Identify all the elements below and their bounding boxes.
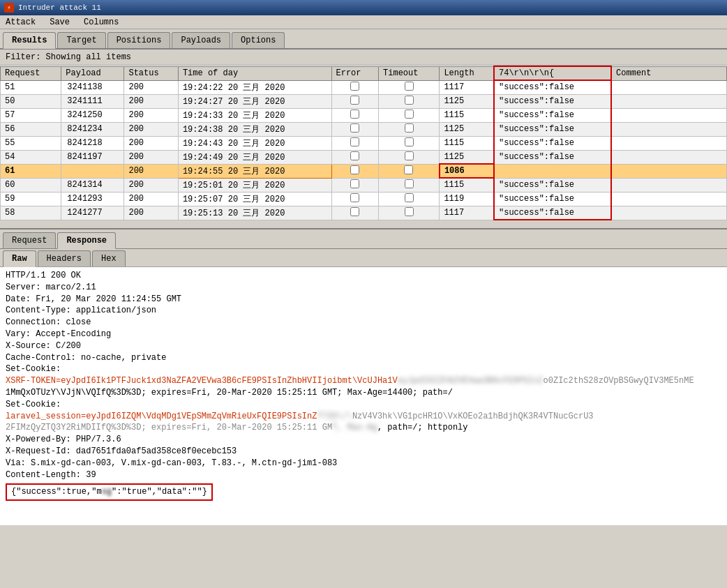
cell-timeout[interactable] (379, 94, 440, 108)
cell-payload: 8241314 (61, 178, 124, 192)
cell-request: 55 (1, 136, 61, 150)
cell-timeout[interactable] (379, 108, 440, 122)
cell-comment (611, 80, 726, 94)
cell-error[interactable] (331, 136, 379, 150)
cell-74 (494, 164, 611, 178)
table-row[interactable]: 59124129320019:25:07 20 三月 20201119"succ… (1, 192, 727, 206)
table-row[interactable]: 50324111120019:24:27 20 三月 20201125"succ… (1, 94, 727, 108)
response-line: Content-Type: application/json (6, 305, 721, 317)
col-comment[interactable]: Comment (611, 66, 726, 80)
cell-time: 19:24:22 20 三月 2020 (178, 80, 331, 94)
cell-payload: 8241234 (61, 122, 124, 136)
cell-74: "success":false (494, 122, 611, 136)
col-length[interactable]: Length (440, 66, 494, 80)
cell-timeout[interactable] (379, 80, 440, 94)
cell-74: "success":false (494, 150, 611, 164)
cell-timeout[interactable] (379, 206, 440, 220)
cell-payload: 3241250 (61, 108, 124, 122)
table-row[interactable]: 57324125020019:24:33 20 三月 20201115"succ… (1, 108, 727, 122)
tab-hex[interactable]: Hex (92, 250, 126, 266)
menu-columns[interactable]: Columns (81, 17, 121, 27)
cell-timeout[interactable] (379, 122, 440, 136)
cell-length: 1125 (440, 150, 494, 164)
response-line: 2FIMzQyZTQ3Y2RiMDIIfQ%3D%3D; expires=Fri… (6, 422, 721, 434)
cell-comment (611, 94, 726, 108)
sub-tabs: Raw Headers Hex (0, 249, 727, 267)
table-row[interactable]: 6120019:24:55 20 三月 20201086 (1, 164, 727, 178)
tab-response[interactable]: Response (57, 232, 116, 249)
response-line: X-Source: C/200 (6, 340, 721, 352)
menu-attack[interactable]: Attack (3, 17, 38, 27)
cell-comment (611, 108, 726, 122)
cell-payload: 1241293 (61, 192, 124, 206)
cell-status: 200 (124, 122, 178, 136)
col-request[interactable]: Request (1, 66, 61, 80)
col-status[interactable]: Status (124, 66, 178, 80)
cell-comment (611, 164, 726, 178)
cell-74: "success":false (494, 136, 611, 150)
table-row[interactable]: 51324113820019:24:22 20 三月 20201117"succ… (1, 80, 727, 94)
bottom-tabs: Request Response (0, 229, 727, 249)
col-time[interactable]: Time of day (178, 66, 331, 80)
cell-error[interactable] (331, 80, 379, 94)
response-line: HTTP/1.1 200 OK (6, 270, 721, 282)
cell-74: "success":false (494, 94, 611, 108)
table-row[interactable]: 54824119720019:24:49 20 三月 20201125"succ… (1, 150, 727, 164)
table-row[interactable]: 55824121820019:24:43 20 三月 20201115"succ… (1, 136, 727, 150)
cell-payload: 3241111 (61, 94, 124, 108)
cell-error[interactable] (331, 94, 379, 108)
results-table-container[interactable]: Request Payload Status Time of day Error… (0, 66, 727, 229)
cell-payload: 3241138 (61, 80, 124, 94)
response-line: Via: S.mix-gd-can-003, V.mix-gd-can-003,… (6, 458, 721, 469)
cell-74: "success":false (494, 178, 611, 192)
app-icon: ⚡ (4, 3, 14, 13)
col-74[interactable]: 74\r\n\r\n{ (494, 66, 611, 80)
cell-request: 60 (1, 178, 61, 192)
cell-timeout[interactable] (379, 192, 440, 206)
col-payload[interactable]: Payload (61, 66, 124, 80)
col-error[interactable]: Error (331, 66, 379, 80)
tab-raw[interactable]: Raw (3, 250, 36, 267)
filter-bar: Filter: Showing all items (0, 50, 727, 66)
cell-length: 1125 (440, 122, 494, 136)
cell-error[interactable] (331, 122, 379, 136)
response-line: laravel_session=eyJpdI6IZQM\VdqMDg1VEpSM… (6, 411, 721, 423)
cell-error[interactable] (331, 192, 379, 206)
tab-headers[interactable]: Headers (38, 250, 91, 266)
cell-time: 19:24:55 20 三月 2020 (178, 164, 331, 178)
cell-comment (611, 122, 726, 136)
cell-length: 1115 (440, 136, 494, 150)
response-line: X-Powered-By: PHP/7.3.6 (6, 434, 721, 446)
cell-status: 200 (124, 192, 178, 206)
tab-options[interactable]: Options (232, 32, 285, 48)
tab-results[interactable]: Results (3, 32, 56, 49)
menu-save[interactable]: Save (47, 17, 73, 27)
table-row[interactable]: 56824123420019:24:38 20 三月 20201125"succ… (1, 122, 727, 136)
cell-error[interactable] (331, 206, 379, 220)
menu-bar: Attack Save Columns (0, 15, 727, 29)
cell-error[interactable] (331, 108, 379, 122)
tab-payloads[interactable]: Payloads (172, 32, 230, 48)
cell-status: 200 (124, 164, 178, 178)
cell-timeout[interactable] (379, 136, 440, 150)
response-line: Cache-Control: no-cache, private (6, 352, 721, 364)
cell-time: 19:25:01 20 三月 2020 (178, 178, 331, 192)
table-row[interactable]: 60824131420019:25:01 20 三月 20201115"succ… (1, 178, 727, 192)
cell-payload: 1241277 (61, 206, 124, 220)
tab-target[interactable]: Target (57, 32, 105, 48)
col-timeout[interactable]: Timeout (379, 66, 440, 80)
table-row[interactable]: 58124127720019:25:13 20 三月 20201117"succ… (1, 206, 727, 220)
cell-status: 200 (124, 206, 178, 220)
tab-positions[interactable]: Positions (107, 32, 171, 48)
tab-request[interactable]: Request (3, 232, 56, 248)
response-area[interactable]: HTTP/1.1 200 OKServer: marco/2.11Date: F… (0, 267, 727, 525)
cell-timeout[interactable] (379, 164, 440, 178)
cell-timeout[interactable] (379, 178, 440, 192)
cell-length: 1115 (440, 178, 494, 192)
cell-timeout[interactable] (379, 150, 440, 164)
title-bar: ⚡ Intruder attack 11 (0, 0, 727, 15)
cell-error[interactable] (331, 150, 379, 164)
cell-status: 200 (124, 80, 178, 94)
cell-error[interactable] (331, 164, 379, 178)
cell-error[interactable] (331, 178, 379, 192)
